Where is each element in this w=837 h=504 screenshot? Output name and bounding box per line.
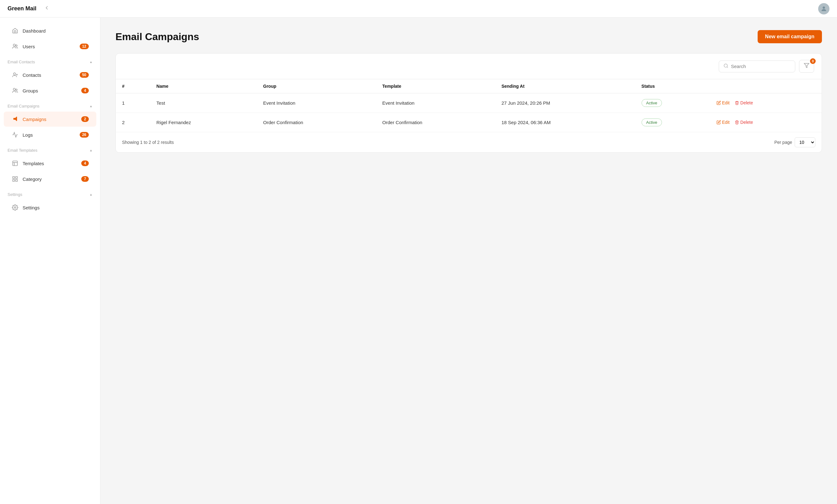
table-row: 2 Rigel Fernandez Order Confirmation Ord… [116,113,822,132]
filter-button[interactable]: 0 [799,60,814,73]
table-row: 1 Test Event Invitation Event Invitation… [116,93,822,113]
svg-point-16 [724,64,728,68]
sidebar-item-label-campaigns: Campaigns [22,117,77,122]
campaigns-table: # Name Group Template Sending At Status … [116,79,822,132]
col-header-status: Status [635,79,710,93]
sidebar-section-email-contacts: Email Contacts ▲ Contacts 50 Groups 4 [0,55,100,98]
users-icon [11,43,19,50]
col-header-group: Group [257,79,376,93]
groups-badge: 4 [81,88,89,93]
gear-icon [11,204,19,211]
sidebar-item-users[interactable]: Users 12 [4,39,96,54]
page-title: Email Campaigns [115,31,199,43]
cell-name: Test [150,93,257,113]
col-header-name: Name [150,79,257,93]
main-content: Email Campaigns New email campaign 0 [101,18,837,504]
app-title: Green Mail [7,5,36,12]
sidebar-item-logs[interactable]: Logs 26 [4,127,96,142]
sidebar: Dashboard Users 12 Email Contacts ▲ Cont… [0,18,101,504]
group-icon [11,87,19,94]
house-icon [11,27,19,35]
per-page-select[interactable]: 102550100 [795,137,815,147]
section-label-email-campaigns[interactable]: Email Campaigns ▲ [0,99,100,111]
sidebar-item-label-category: Category [22,176,77,182]
chevron-up-icon: ▲ [89,60,92,63]
cell-name: Rigel Fernandez [150,113,257,132]
results-text: Showing 1 to 2 of 2 results [122,140,174,145]
sidebar-item-label-users: Users [22,44,76,49]
category-icon [11,175,19,183]
sidebar-item-label-dashboard: Dashboard [22,28,89,34]
search-input[interactable] [731,63,790,69]
sidebar-item-label-contacts: Contacts [22,72,76,78]
topbar: Green Mail [0,0,837,18]
campaigns-table-card: 0 # Name Group Template Sending At Statu… [115,53,822,153]
users-badge: 12 [80,43,89,49]
col-header-sending-at: Sending At [495,79,635,93]
back-button[interactable] [41,4,52,14]
delete-button[interactable]: Delete [735,120,753,125]
svg-marker-18 [804,63,809,68]
sidebar-item-campaigns[interactable]: Campaigns 2 [4,112,96,127]
sidebar-item-dashboard[interactable]: Dashboard [4,23,96,38]
delete-button[interactable]: Delete [735,100,753,105]
sidebar-item-groups[interactable]: Groups 4 [4,83,96,98]
cell-template: Event Invitation [376,93,495,113]
section-label-settings[interactable]: Settings ▲ [0,187,100,199]
sidebar-item-label-groups: Groups [22,88,77,93]
section-label-email-templates[interactable]: Email Templates ▲ [0,143,100,155]
edit-button[interactable]: Edit [716,120,730,125]
sidebar-item-label-templates: Templates [22,161,77,166]
svg-point-1 [13,44,15,46]
per-page-control: Per page 102550100 [774,137,815,147]
sidebar-item-label-settings: Settings [22,205,89,210]
sidebar-item-label-logs: Logs [22,132,76,137]
svg-point-2 [16,45,17,46]
svg-rect-14 [16,180,18,182]
megaphone-icon [11,115,19,123]
table-body: 1 Test Event Invitation Event Invitation… [116,93,822,132]
search-icon [724,63,728,70]
status-badge: Active [642,99,662,107]
templates-badge: 4 [81,161,89,166]
svg-line-17 [727,67,728,68]
cell-num: 2 [116,113,150,132]
svg-point-7 [16,89,17,91]
cell-sending-at: 27 Jun 2024, 20:26 PM [495,93,635,113]
sidebar-section-main: Dashboard Users 12 [0,23,100,54]
category-badge: 7 [81,176,89,182]
chevron-up-icon4: ▲ [89,193,92,196]
table-header: # Name Group Template Sending At Status [116,79,822,93]
section-label-email-contacts[interactable]: Email Contacts ▲ [0,55,100,67]
new-campaign-button[interactable]: New email campaign [758,30,822,43]
sidebar-section-email-campaigns: Email Campaigns ▲ Campaigns 2 Logs 26 [0,99,100,142]
table-toolbar: 0 [116,54,822,79]
table-footer: Showing 1 to 2 of 2 results Per page 102… [116,132,822,152]
sidebar-item-contacts[interactable]: Contacts 50 [4,68,96,82]
cell-sending-at: 18 Sep 2024, 06:36 AM [495,113,635,132]
svg-point-0 [823,6,825,8]
search-box [719,60,795,72]
col-header-actions [710,79,822,93]
col-header-template: Template [376,79,495,93]
sidebar-item-category[interactable]: Category 7 [4,171,96,186]
sidebar-item-templates[interactable]: Templates 4 [4,156,96,171]
svg-point-15 [14,207,16,208]
contacts-badge: 50 [80,72,89,78]
logs-badge: 26 [80,132,89,137]
svg-rect-13 [13,180,15,182]
avatar[interactable] [818,3,830,14]
sidebar-section-settings: Settings ▲ Settings [0,187,100,215]
svg-rect-8 [13,161,18,166]
filter-badge: 0 [810,58,816,64]
svg-rect-11 [13,177,15,179]
logs-icon [11,131,19,138]
chevron-up-icon3: ▲ [89,149,92,152]
svg-rect-12 [16,177,18,179]
cell-status: Active [635,93,710,113]
col-header-num: # [116,79,150,93]
edit-button[interactable]: Edit [716,100,730,105]
svg-point-3 [14,73,16,75]
sidebar-item-settings[interactable]: Settings [4,200,96,215]
cell-actions: Edit Delete [710,113,822,132]
